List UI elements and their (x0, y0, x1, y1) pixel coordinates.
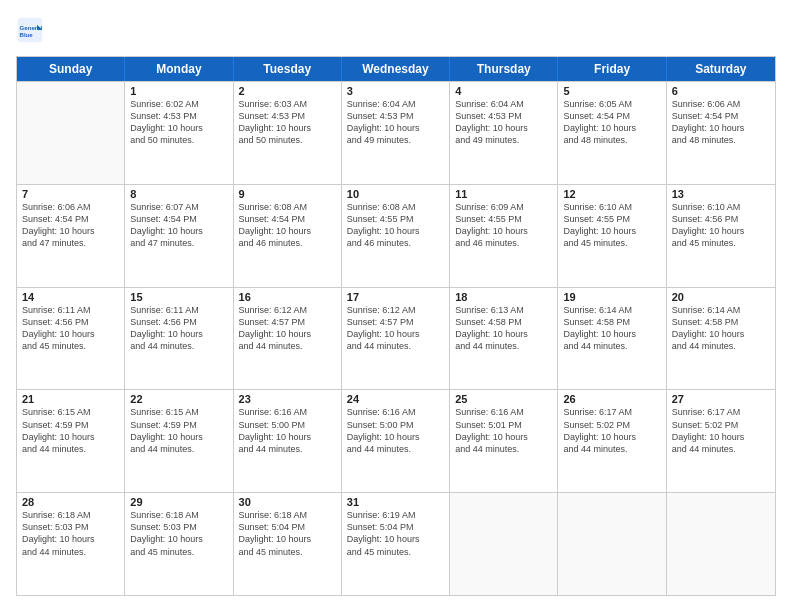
day-info: Sunrise: 6:16 AMSunset: 5:00 PMDaylight:… (239, 406, 336, 455)
calendar-cell (17, 82, 125, 184)
day-info: Sunrise: 6:16 AMSunset: 5:01 PMDaylight:… (455, 406, 552, 455)
day-number: 10 (347, 188, 444, 200)
day-number: 4 (455, 85, 552, 97)
day-info: Sunrise: 6:17 AMSunset: 5:02 PMDaylight:… (672, 406, 770, 455)
day-info: Sunrise: 6:06 AMSunset: 4:54 PMDaylight:… (672, 98, 770, 147)
calendar-cell: 12Sunrise: 6:10 AMSunset: 4:55 PMDayligh… (558, 185, 666, 287)
calendar-cell: 21Sunrise: 6:15 AMSunset: 4:59 PMDayligh… (17, 390, 125, 492)
calendar-row-4: 28Sunrise: 6:18 AMSunset: 5:03 PMDayligh… (17, 492, 775, 595)
day-number: 6 (672, 85, 770, 97)
day-number: 29 (130, 496, 227, 508)
day-info: Sunrise: 6:02 AMSunset: 4:53 PMDaylight:… (130, 98, 227, 147)
day-number: 7 (22, 188, 119, 200)
day-info: Sunrise: 6:18 AMSunset: 5:03 PMDaylight:… (22, 509, 119, 558)
day-number: 8 (130, 188, 227, 200)
calendar-cell: 4Sunrise: 6:04 AMSunset: 4:53 PMDaylight… (450, 82, 558, 184)
day-info: Sunrise: 6:16 AMSunset: 5:00 PMDaylight:… (347, 406, 444, 455)
page: General Blue SundayMondayTuesdayWednesda… (0, 0, 792, 612)
day-number: 19 (563, 291, 660, 303)
day-info: Sunrise: 6:18 AMSunset: 5:03 PMDaylight:… (130, 509, 227, 558)
calendar-cell: 16Sunrise: 6:12 AMSunset: 4:57 PMDayligh… (234, 288, 342, 390)
day-info: Sunrise: 6:08 AMSunset: 4:55 PMDaylight:… (347, 201, 444, 250)
day-info: Sunrise: 6:07 AMSunset: 4:54 PMDaylight:… (130, 201, 227, 250)
day-number: 25 (455, 393, 552, 405)
calendar-row-1: 7Sunrise: 6:06 AMSunset: 4:54 PMDaylight… (17, 184, 775, 287)
calendar-cell: 29Sunrise: 6:18 AMSunset: 5:03 PMDayligh… (125, 493, 233, 595)
calendar-cell: 20Sunrise: 6:14 AMSunset: 4:58 PMDayligh… (667, 288, 775, 390)
calendar-cell: 17Sunrise: 6:12 AMSunset: 4:57 PMDayligh… (342, 288, 450, 390)
day-number: 22 (130, 393, 227, 405)
calendar: SundayMondayTuesdayWednesdayThursdayFrid… (16, 56, 776, 596)
calendar-row-3: 21Sunrise: 6:15 AMSunset: 4:59 PMDayligh… (17, 389, 775, 492)
calendar-cell: 30Sunrise: 6:18 AMSunset: 5:04 PMDayligh… (234, 493, 342, 595)
calendar-cell (558, 493, 666, 595)
day-number: 27 (672, 393, 770, 405)
day-info: Sunrise: 6:03 AMSunset: 4:53 PMDaylight:… (239, 98, 336, 147)
calendar-header: SundayMondayTuesdayWednesdayThursdayFrid… (17, 57, 775, 81)
calendar-row-0: 1Sunrise: 6:02 AMSunset: 4:53 PMDaylight… (17, 81, 775, 184)
day-number: 15 (130, 291, 227, 303)
calendar-cell: 25Sunrise: 6:16 AMSunset: 5:01 PMDayligh… (450, 390, 558, 492)
calendar-cell: 11Sunrise: 6:09 AMSunset: 4:55 PMDayligh… (450, 185, 558, 287)
day-info: Sunrise: 6:09 AMSunset: 4:55 PMDaylight:… (455, 201, 552, 250)
calendar-cell: 28Sunrise: 6:18 AMSunset: 5:03 PMDayligh… (17, 493, 125, 595)
day-number: 28 (22, 496, 119, 508)
calendar-cell: 27Sunrise: 6:17 AMSunset: 5:02 PMDayligh… (667, 390, 775, 492)
day-number: 9 (239, 188, 336, 200)
day-info: Sunrise: 6:18 AMSunset: 5:04 PMDaylight:… (239, 509, 336, 558)
calendar-cell: 2Sunrise: 6:03 AMSunset: 4:53 PMDaylight… (234, 82, 342, 184)
calendar-cell: 19Sunrise: 6:14 AMSunset: 4:58 PMDayligh… (558, 288, 666, 390)
day-number: 31 (347, 496, 444, 508)
day-info: Sunrise: 6:10 AMSunset: 4:55 PMDaylight:… (563, 201, 660, 250)
calendar-cell (667, 493, 775, 595)
day-info: Sunrise: 6:15 AMSunset: 4:59 PMDaylight:… (22, 406, 119, 455)
day-number: 26 (563, 393, 660, 405)
day-info: Sunrise: 6:04 AMSunset: 4:53 PMDaylight:… (347, 98, 444, 147)
header-day-sunday: Sunday (17, 57, 125, 81)
calendar-cell: 14Sunrise: 6:11 AMSunset: 4:56 PMDayligh… (17, 288, 125, 390)
day-number: 2 (239, 85, 336, 97)
day-number: 14 (22, 291, 119, 303)
calendar-cell: 31Sunrise: 6:19 AMSunset: 5:04 PMDayligh… (342, 493, 450, 595)
day-info: Sunrise: 6:14 AMSunset: 4:58 PMDaylight:… (563, 304, 660, 353)
calendar-cell: 24Sunrise: 6:16 AMSunset: 5:00 PMDayligh… (342, 390, 450, 492)
day-info: Sunrise: 6:06 AMSunset: 4:54 PMDaylight:… (22, 201, 119, 250)
day-info: Sunrise: 6:05 AMSunset: 4:54 PMDaylight:… (563, 98, 660, 147)
day-number: 30 (239, 496, 336, 508)
day-info: Sunrise: 6:15 AMSunset: 4:59 PMDaylight:… (130, 406, 227, 455)
header-day-tuesday: Tuesday (234, 57, 342, 81)
day-number: 20 (672, 291, 770, 303)
day-info: Sunrise: 6:14 AMSunset: 4:58 PMDaylight:… (672, 304, 770, 353)
calendar-cell: 5Sunrise: 6:05 AMSunset: 4:54 PMDaylight… (558, 82, 666, 184)
day-info: Sunrise: 6:10 AMSunset: 4:56 PMDaylight:… (672, 201, 770, 250)
calendar-cell: 23Sunrise: 6:16 AMSunset: 5:00 PMDayligh… (234, 390, 342, 492)
logo: General Blue (16, 16, 48, 44)
day-number: 18 (455, 291, 552, 303)
day-number: 17 (347, 291, 444, 303)
header-day-thursday: Thursday (450, 57, 558, 81)
calendar-cell: 8Sunrise: 6:07 AMSunset: 4:54 PMDaylight… (125, 185, 233, 287)
calendar-cell: 26Sunrise: 6:17 AMSunset: 5:02 PMDayligh… (558, 390, 666, 492)
calendar-cell: 7Sunrise: 6:06 AMSunset: 4:54 PMDaylight… (17, 185, 125, 287)
header-day-friday: Friday (558, 57, 666, 81)
calendar-cell: 3Sunrise: 6:04 AMSunset: 4:53 PMDaylight… (342, 82, 450, 184)
header-day-saturday: Saturday (667, 57, 775, 81)
day-info: Sunrise: 6:17 AMSunset: 5:02 PMDaylight:… (563, 406, 660, 455)
calendar-body: 1Sunrise: 6:02 AMSunset: 4:53 PMDaylight… (17, 81, 775, 595)
svg-text:Blue: Blue (20, 31, 34, 38)
header-day-monday: Monday (125, 57, 233, 81)
logo-icon: General Blue (16, 16, 44, 44)
day-info: Sunrise: 6:04 AMSunset: 4:53 PMDaylight:… (455, 98, 552, 147)
day-info: Sunrise: 6:19 AMSunset: 5:04 PMDaylight:… (347, 509, 444, 558)
calendar-cell: 1Sunrise: 6:02 AMSunset: 4:53 PMDaylight… (125, 82, 233, 184)
day-info: Sunrise: 6:11 AMSunset: 4:56 PMDaylight:… (22, 304, 119, 353)
day-info: Sunrise: 6:11 AMSunset: 4:56 PMDaylight:… (130, 304, 227, 353)
calendar-cell: 9Sunrise: 6:08 AMSunset: 4:54 PMDaylight… (234, 185, 342, 287)
day-number: 16 (239, 291, 336, 303)
day-info: Sunrise: 6:12 AMSunset: 4:57 PMDaylight:… (347, 304, 444, 353)
day-number: 12 (563, 188, 660, 200)
day-number: 13 (672, 188, 770, 200)
day-info: Sunrise: 6:08 AMSunset: 4:54 PMDaylight:… (239, 201, 336, 250)
day-number: 21 (22, 393, 119, 405)
day-number: 1 (130, 85, 227, 97)
